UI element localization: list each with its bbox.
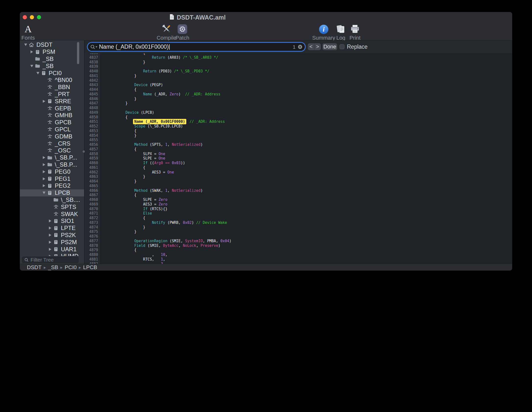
sidebar-item-sb[interactable]: _SB xyxy=(20,62,84,69)
disclosure-collapsed-icon[interactable] xyxy=(48,219,53,222)
sidebar-item-pci0[interactable]: PCI0 xyxy=(20,69,84,77)
disclosure-expanded-icon[interactable] xyxy=(35,72,40,74)
document-proxy-icon[interactable] xyxy=(169,14,174,21)
code-line[interactable]: 4865 xyxy=(85,184,512,188)
code-line[interactable]: 4857 { xyxy=(85,147,512,152)
code-line[interactable]: 4861 { xyxy=(85,165,512,170)
sidebar-item-spts[interactable]: SPTS xyxy=(20,203,84,210)
replace-checkbox[interactable] xyxy=(340,44,344,49)
sidebar-item-prt[interactable]: _PRT xyxy=(20,91,84,98)
code-line[interactable]: 4841 } xyxy=(85,74,512,78)
clear-search-button[interactable] xyxy=(298,45,302,49)
minimize-button[interactable] xyxy=(30,15,34,19)
code-line[interactable]: 4856 Method (SPTS, 1, NotSerialized) xyxy=(85,142,512,147)
sidebar-item-srre[interactable]: SRRE xyxy=(20,98,84,105)
breadcrumb-item-pci0[interactable]: PCI0 xyxy=(65,264,77,271)
code-line[interactable]: 4842 xyxy=(85,78,512,83)
code-line[interactable]: 4868 SLPE = Zero xyxy=(85,197,512,202)
code-line[interactable]: 4879 { xyxy=(85,248,512,252)
code-line[interactable]: 4880 , 10, xyxy=(85,252,512,257)
sidebar-item-crs[interactable]: _CRS xyxy=(20,140,84,147)
code-line[interactable]: 4853 { xyxy=(85,129,512,133)
sidebar-item-sio1[interactable]: SIO1 xyxy=(20,217,84,225)
disclosure-collapsed-icon[interactable] xyxy=(42,100,46,103)
sidebar-item-gpcl[interactable]: GPCL xyxy=(20,126,84,133)
code-line[interactable]: 4843 Device (PEGP) xyxy=(85,83,512,87)
title-bar[interactable]: DSDT-AWAC.aml xyxy=(20,12,512,23)
disclosure-collapsed-icon[interactable] xyxy=(42,170,46,173)
disclosure-expanded-icon[interactable] xyxy=(23,44,28,46)
filter-tree-input[interactable]: Filter Tree xyxy=(22,257,78,263)
sidebar-item-uar1[interactable]: UAR1 xyxy=(20,246,84,253)
disclosure-collapsed-icon[interactable] xyxy=(48,227,53,229)
sidebar-item-ps2m[interactable]: PS2M xyxy=(20,239,84,246)
sidebar-scrollbar[interactable] xyxy=(77,42,79,64)
code-line[interactable]: 4855 xyxy=(85,138,512,142)
print-button[interactable]: Print xyxy=(342,23,368,41)
breadcrumb-item-sb[interactable]: _SB xyxy=(48,264,58,271)
sidebar-item-sb[interactable]: _SB xyxy=(20,56,84,63)
sidebar-item-peg1[interactable]: PEG1 xyxy=(20,175,84,182)
find-input[interactable]: Name (_ADR, 0x001F0000) 1 xyxy=(88,43,305,51)
code-line[interactable]: 4866 Method (SWAK, 1, NotSerialized) xyxy=(85,188,512,193)
pane-splitter-handle[interactable] xyxy=(83,150,85,153)
code-line[interactable]: 4875 } xyxy=(85,229,512,234)
find-previous-button[interactable]: < xyxy=(308,43,314,50)
code-line[interactable]: 4876 xyxy=(85,234,512,239)
sidebar-item-peg2[interactable]: PEG2 xyxy=(20,182,84,189)
code-line[interactable]: 4849 Device (LPCB) xyxy=(85,110,512,115)
code-line[interactable]: 4881 RTCS, 1, xyxy=(85,257,512,262)
code-line[interactable]: 4869 AES3 = Zero xyxy=(85,202,512,207)
code-line[interactable]: 4839 xyxy=(85,64,512,69)
patch-button[interactable]: Patch xyxy=(169,23,196,41)
disclosure-collapsed-icon[interactable] xyxy=(42,156,46,159)
sidebar-item-peg0[interactable]: PEG0 xyxy=(20,168,84,175)
close-button[interactable] xyxy=(23,15,27,19)
code-line[interactable]: 4860 If ((Arg0 == 0x03)) xyxy=(85,161,512,165)
code-line[interactable]: 4851 Name (_ADR, 0x001F0000) // _ADR: Ad… xyxy=(85,119,512,124)
code-line[interactable]: 4862 AES3 = One xyxy=(85,170,512,175)
code-line[interactable]: 4838 } xyxy=(85,60,512,65)
code-line[interactable]: 4872 { xyxy=(85,216,512,220)
disclosure-expanded-icon[interactable] xyxy=(29,65,34,67)
sidebar-item-ps2k[interactable]: PS2K xyxy=(20,232,84,239)
code-line[interactable]: 4858 SLPX = One xyxy=(85,152,512,156)
code-line[interactable]: 4867 { xyxy=(85,193,512,197)
sidebar-item-gpcb[interactable]: GPCB xyxy=(20,119,84,126)
code-line[interactable]: 4852 Scope (\_SB.PCI0.LPCB) xyxy=(85,124,512,129)
code-line[interactable]: 4848 xyxy=(85,106,512,110)
sidebar-item-gepb[interactable]: GEPB xyxy=(20,105,84,112)
disclosure-collapsed-icon[interactable] xyxy=(29,50,34,53)
disclosure-collapsed-icon[interactable] xyxy=(48,248,53,251)
code-line[interactable]: 4859 SLPE = One xyxy=(85,156,512,161)
code-line[interactable]: 4871 Else xyxy=(85,211,512,216)
sidebar-item-sb[interactable]: \_SB.... xyxy=(20,196,84,204)
code-line[interactable]: 4863 } xyxy=(85,174,512,179)
code-line[interactable]: 4846 } xyxy=(85,97,512,101)
find-next-button[interactable]: > xyxy=(314,43,321,50)
sidebar-item-lpte[interactable]: LPTE xyxy=(20,225,84,232)
code-line[interactable]: 4836 { xyxy=(85,53,512,55)
disclosure-collapsed-icon[interactable] xyxy=(42,163,46,166)
code-line[interactable]: 4840 Return (PD03) /* \_SB_.PD03 */ xyxy=(85,69,512,74)
sidebar-item-bbn[interactable]: _BBN xyxy=(20,84,84,91)
code-line[interactable]: 4845 Name (_ADR, Zero) // _ADR: Address xyxy=(85,92,512,97)
code-line[interactable]: 4837 Return (AR03) /* \_SB_.AR03 */ xyxy=(85,55,512,60)
code-line[interactable]: 4878 Field (SMIE, ByteAcc, NoLock, Prese… xyxy=(85,243,512,248)
breadcrumb-item-lpcb[interactable]: LPCB xyxy=(83,264,97,271)
sidebar-item-dsdt[interactable]: DSDT xyxy=(20,41,84,48)
code-editor[interactable]: 4836 {4837 Return (AR03) /* \_SB_.AR03 *… xyxy=(85,53,512,264)
code-line[interactable]: 4864 } xyxy=(85,179,512,184)
sidebar-item-psm[interactable]: PSM xyxy=(20,48,84,56)
disclosure-collapsed-icon[interactable] xyxy=(48,241,53,244)
sidebar-item-bn00[interactable]: ^BN00 xyxy=(20,77,84,84)
code-line[interactable]: 4847 } xyxy=(85,101,512,106)
sidebar-item-gdmb[interactable]: GDMB xyxy=(20,133,84,140)
code-line[interactable]: 4844 { xyxy=(85,87,512,92)
disclosure-collapsed-icon[interactable] xyxy=(42,177,46,180)
done-button[interactable]: Done xyxy=(322,43,337,50)
code-line[interactable]: 4877 OperationRegion (SMIE, SystemIO, PM… xyxy=(85,239,512,243)
code-line[interactable]: 4874 } xyxy=(85,225,512,230)
sidebar-item-lpcb[interactable]: LPCB xyxy=(20,189,84,196)
zoom-button[interactable] xyxy=(37,15,41,19)
